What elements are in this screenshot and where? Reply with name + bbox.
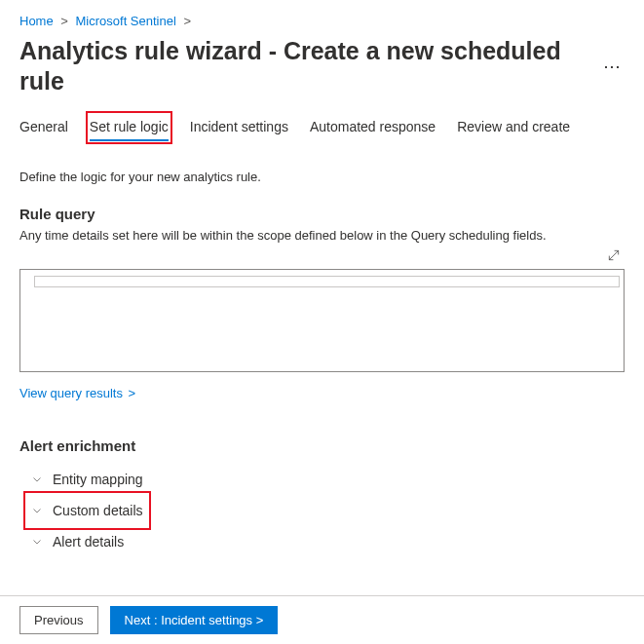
intro-text: Define the logic for your new analytics …: [19, 170, 625, 184]
chevron-right-icon: >: [183, 14, 191, 28]
alert-enrichment-heading: Alert enrichment: [19, 437, 625, 454]
more-icon[interactable]: ⋯: [599, 57, 625, 75]
tab-general[interactable]: General: [19, 115, 68, 140]
breadcrumb-home[interactable]: Home: [19, 14, 54, 28]
chevron-right-icon: >: [60, 14, 68, 28]
view-query-results-label: View query results: [19, 386, 123, 400]
rule-query-subtext: Any time details set here will be within…: [19, 228, 625, 243]
chevron-down-icon: [31, 505, 43, 516]
expander-label: Custom details: [53, 503, 143, 518]
query-input-line: [34, 276, 620, 287]
next-button[interactable]: Next : Incident settings >: [110, 606, 279, 634]
tabs: General Set rule logic Incident settings…: [19, 115, 625, 140]
chevron-down-icon: [31, 536, 43, 548]
svg-line-0: [609, 250, 618, 259]
tab-set-rule-logic[interactable]: Set rule logic: [90, 115, 169, 140]
previous-button[interactable]: Previous: [19, 606, 98, 634]
expander-alert-details[interactable]: Alert details: [27, 526, 128, 557]
page-title: Analytics rule wizard - Create a new sch…: [19, 36, 591, 97]
expand-icon[interactable]: [607, 248, 621, 262]
rule-query-heading: Rule query: [19, 206, 625, 222]
tab-review-create[interactable]: Review and create: [457, 115, 570, 140]
chevron-right-icon: >: [129, 386, 136, 400]
view-query-results-link[interactable]: View query results >: [19, 386, 135, 400]
chevron-down-icon: [31, 474, 43, 485]
tab-incident-settings[interactable]: Incident settings: [190, 115, 288, 140]
rule-query-input[interactable]: [19, 269, 625, 372]
breadcrumb-sentinel[interactable]: Microsoft Sentinel: [76, 14, 176, 28]
footer: Previous Next : Incident settings >: [0, 595, 644, 644]
tab-automated-response[interactable]: Automated response: [310, 115, 436, 140]
expander-entity-mapping[interactable]: Entity mapping: [27, 464, 147, 495]
breadcrumb: Home > Microsoft Sentinel >: [19, 14, 625, 28]
expander-label: Alert details: [53, 534, 124, 549]
expander-label: Entity mapping: [53, 472, 143, 487]
expander-custom-details[interactable]: Custom details: [27, 495, 147, 526]
